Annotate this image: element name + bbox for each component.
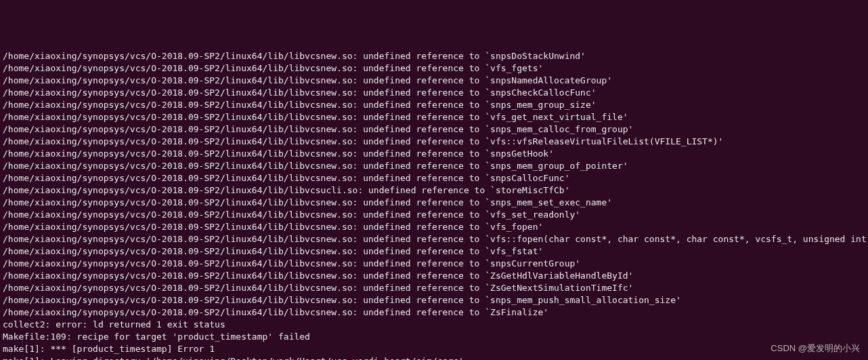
terminal-line: /home/xiaoxing/synopsys/vcs/O-2018.09-SP… bbox=[3, 184, 865, 197]
terminal-line: /home/xiaoxing/synopsys/vcs/O-2018.09-SP… bbox=[3, 160, 865, 172]
terminal-line: /home/xiaoxing/synopsys/vcs/O-2018.09-SP… bbox=[3, 75, 865, 87]
terminal-line: /home/xiaoxing/synopsys/vcs/O-2018.09-SP… bbox=[3, 148, 865, 160]
terminal-line: /home/xiaoxing/synopsys/vcs/O-2018.09-SP… bbox=[3, 172, 865, 184]
terminal-line: collect2: error: ld returned 1 exit stat… bbox=[3, 319, 865, 331]
terminal-line: /home/xiaoxing/synopsys/vcs/O-2018.09-SP… bbox=[3, 221, 865, 233]
terminal-line: make[1]: *** [product_timestamp] Error 1 bbox=[3, 343, 865, 355]
terminal-line: /home/xiaoxing/synopsys/vcs/O-2018.09-SP… bbox=[3, 233, 865, 245]
terminal-line: /home/xiaoxing/synopsys/vcs/O-2018.09-SP… bbox=[3, 99, 865, 111]
terminal-line: /home/xiaoxing/synopsys/vcs/O-2018.09-SP… bbox=[3, 50, 865, 62]
terminal-line: /home/xiaoxing/synopsys/vcs/O-2018.09-SP… bbox=[3, 258, 865, 270]
terminal-line: /home/xiaoxing/synopsys/vcs/O-2018.09-SP… bbox=[3, 209, 865, 221]
terminal-line: /home/xiaoxing/synopsys/vcs/O-2018.09-SP… bbox=[3, 270, 865, 282]
terminal-line: /home/xiaoxing/synopsys/vcs/O-2018.09-SP… bbox=[3, 294, 865, 306]
terminal-line: make[1]: Leaving directory '/home/xiaoxi… bbox=[3, 355, 865, 360]
terminal-line: /home/xiaoxing/synopsys/vcs/O-2018.09-SP… bbox=[3, 87, 865, 99]
terminal-line: /home/xiaoxing/synopsys/vcs/O-2018.09-SP… bbox=[3, 111, 865, 123]
terminal-line: /home/xiaoxing/synopsys/vcs/O-2018.09-SP… bbox=[3, 62, 865, 75]
terminal-line: /home/xiaoxing/synopsys/vcs/O-2018.09-SP… bbox=[3, 282, 865, 294]
terminal-output[interactable]: /home/xiaoxing/synopsys/vcs/O-2018.09-SP… bbox=[3, 50, 865, 360]
terminal-line: /home/xiaoxing/synopsys/vcs/O-2018.09-SP… bbox=[3, 123, 865, 136]
terminal-line: /home/xiaoxing/synopsys/vcs/O-2018.09-SP… bbox=[3, 245, 865, 258]
terminal-line: /home/xiaoxing/synopsys/vcs/O-2018.09-SP… bbox=[3, 136, 865, 148]
watermark-text: CSDN @爱发明的小兴 bbox=[771, 342, 860, 355]
terminal-line: Makefile:109: recipe for target 'product… bbox=[3, 331, 865, 343]
terminal-line: /home/xiaoxing/synopsys/vcs/O-2018.09-SP… bbox=[3, 197, 865, 209]
terminal-line: /home/xiaoxing/synopsys/vcs/O-2018.09-SP… bbox=[3, 306, 865, 319]
